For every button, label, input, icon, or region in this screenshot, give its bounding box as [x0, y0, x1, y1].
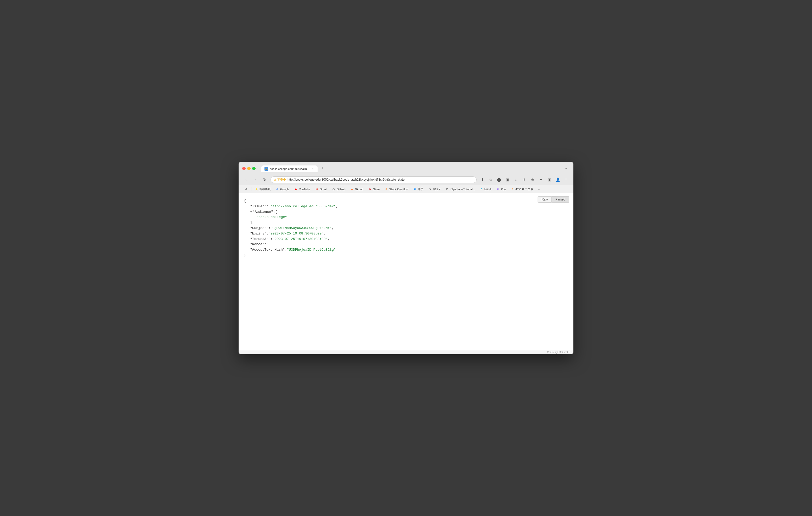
- open-brace: {: [244, 199, 246, 204]
- json-open-brace: {: [244, 199, 568, 204]
- json-content: { "Issuer" : "http://sso.college.edu:555…: [244, 198, 568, 258]
- java-label: Java 8 中文版: [515, 187, 533, 191]
- subject-value: "Cg0wLTM4NS0yODA4OS0wEgRtb2Nr": [270, 225, 332, 231]
- expiry-value: "2023-07-25T19:08:30+08:00": [268, 231, 324, 237]
- subject-key: "Subject": [250, 225, 268, 231]
- bookmark-poe[interactable]: PPoe: [494, 187, 508, 192]
- address-input[interactable]: ⚠ 不安全 http://books.college.edu:8000/call…: [270, 177, 476, 183]
- star2-button[interactable]: ✦: [537, 176, 545, 183]
- toolbar-icons: ⬆ ☆ ⬤ ▣ ⬦ ꞵ ⊕ ✦ ▣ 👤 ⋮: [479, 176, 570, 183]
- close-button[interactable]: [242, 167, 245, 170]
- accesstokenhash-key: "AccessTokenHash": [250, 247, 285, 253]
- bookmark-button[interactable]: ☆: [487, 176, 494, 183]
- bookmark-youtube[interactable]: ▶YouTube: [292, 187, 312, 192]
- minimize-button[interactable]: [247, 167, 251, 170]
- google-favicon-icon: G: [276, 187, 279, 191]
- java-favicon-icon: J: [511, 187, 514, 191]
- comma1: ,: [336, 204, 338, 209]
- plugin1-button[interactable]: ꞵ: [521, 176, 528, 183]
- zhihu-label: 知乎: [418, 187, 424, 191]
- status-text: CSDN @F3nGeekS: [547, 351, 570, 354]
- bookmarks-bar: ⚙⭐新标签页GGoogle▶YouTubeMGmail⬡GitHub◈GitLa…: [239, 185, 573, 193]
- h2pl-label: h2pl/Java-Tutorial...: [450, 188, 475, 191]
- bookmark-google[interactable]: GGoogle: [273, 187, 291, 192]
- poe-favicon-icon: P: [496, 187, 500, 191]
- colon3: :: [268, 225, 270, 231]
- json-audience-value-line: "books-college": [244, 215, 568, 220]
- json-subject-line: "Subject" : "Cg0wLTM4NS0yODA4OS0wEgRtb2N…: [244, 225, 568, 231]
- stackoverflow-favicon-icon: S: [384, 187, 388, 191]
- close-brace: }: [244, 253, 246, 258]
- nonce-value: "": [266, 242, 270, 247]
- issuer-value: "http://sso.college.edu:5556/dex": [268, 204, 336, 209]
- maximize-button[interactable]: [252, 167, 256, 170]
- tab-expand-button[interactable]: ⌄: [562, 164, 570, 172]
- json-audience-close-line: ],: [244, 220, 568, 225]
- json-expiry-line: "Expiry" : "2023-07-25T19:08:30+08:00" ,: [244, 231, 568, 237]
- issuer-key: "Issuer": [250, 204, 266, 209]
- bookmark-github[interactable]: ⬡GitHub: [329, 187, 347, 192]
- avatar-button[interactable]: 👤: [554, 176, 561, 183]
- bookmark-gmail[interactable]: MGmail: [313, 187, 329, 192]
- colon7: :: [285, 247, 287, 253]
- bookmark-new-tab[interactable]: ⭐新标签页: [253, 186, 273, 192]
- tab-bar: 🔒 books.college.edu:8000/callb... × + ⌄: [261, 164, 570, 172]
- traffic-lights: [242, 167, 256, 170]
- reload-button[interactable]: ↻: [261, 176, 268, 183]
- address-bar: ‹ › ↻ ⚠ 不安全 http://books.college.edu:800…: [239, 174, 573, 185]
- v2ex-favicon-icon: V: [428, 187, 432, 191]
- forward-button[interactable]: ›: [252, 176, 259, 183]
- menu-button[interactable]: ⋮: [562, 176, 570, 183]
- audience-key: "Audience": [253, 209, 273, 215]
- bookmark-h2pl[interactable]: ⬡h2pl/Java-Tutorial...: [443, 187, 477, 192]
- bilibili-favicon-icon: B: [480, 187, 484, 191]
- json-issuer-line: "Issuer" : "http://sso.college.edu:5556/…: [244, 204, 568, 209]
- new-tab-favicon-icon: ⭐: [255, 187, 258, 191]
- issuedat-value: "2023-07-25T19:07:30+08:00": [272, 237, 328, 242]
- nonce-key: "Nonce": [250, 242, 264, 247]
- bookmark-java[interactable]: JJava 8 中文版: [509, 186, 535, 192]
- audience-toggle[interactable]: ▼: [250, 209, 252, 215]
- extension1-button[interactable]: ⬤: [495, 176, 503, 183]
- issuedat-key: "IssuedAt": [250, 237, 270, 242]
- comma5: ,: [327, 237, 329, 242]
- json-close-brace: }: [244, 253, 568, 258]
- bookmark-stackoverflow[interactable]: SStack Overflow: [382, 187, 410, 192]
- bookmark-divider: [251, 187, 252, 191]
- comma4: ,: [324, 231, 326, 237]
- v2ex-label: V2EX: [433, 188, 440, 191]
- bookmark-bilibili[interactable]: Bbilibili: [478, 187, 494, 192]
- comma3: ,: [332, 225, 334, 231]
- github-label: GitHub: [337, 188, 345, 191]
- globe-button[interactable]: ⊕: [529, 176, 536, 183]
- bookmark-apps[interactable]: ⚙: [242, 187, 250, 192]
- new-tab-button[interactable]: +: [319, 164, 326, 172]
- google-label: Google: [280, 188, 289, 191]
- audience-array-close: ],: [250, 220, 254, 225]
- bookmark-gitlab[interactable]: ◈GitLab: [348, 187, 366, 192]
- tab-close-button[interactable]: ×: [311, 167, 314, 171]
- extension2-button[interactable]: ▣: [504, 176, 511, 183]
- share-button[interactable]: ⬆: [479, 176, 486, 183]
- colon4: :: [266, 231, 268, 237]
- audience-array-open: [: [275, 209, 277, 215]
- youtube-label: YouTube: [299, 188, 310, 191]
- extensions-button[interactable]: ⬦: [512, 176, 520, 183]
- poe-label: Poe: [501, 188, 506, 191]
- bookmark-more[interactable]: »: [536, 187, 542, 192]
- active-tab[interactable]: 🔒 books.college.edu:8000/callb... ×: [261, 165, 318, 172]
- tab-favicon: 🔒: [264, 167, 268, 171]
- bilibili-label: bilibili: [485, 188, 492, 191]
- stackoverflow-label: Stack Overflow: [389, 188, 408, 191]
- back-button[interactable]: ‹: [242, 176, 250, 183]
- warning-icon: ⚠: [274, 178, 277, 181]
- accesstokenhash-value: "U3DPhAjoaID-PbptCu82tg": [287, 247, 336, 253]
- raw-button[interactable]: Raw: [538, 196, 552, 203]
- parsed-button[interactable]: Parsed: [552, 196, 569, 203]
- bookmark-gitee[interactable]: ⊕Gitee: [366, 187, 382, 192]
- bookmark-zhihu[interactable]: 知知乎: [411, 186, 426, 192]
- bookmark-v2ex[interactable]: VV2EX: [426, 187, 442, 192]
- new-tab-label: 新标签页: [259, 187, 271, 191]
- json-audience-line: ▼ "Audience" : [: [244, 209, 568, 215]
- sidebar-button[interactable]: ▣: [546, 176, 553, 183]
